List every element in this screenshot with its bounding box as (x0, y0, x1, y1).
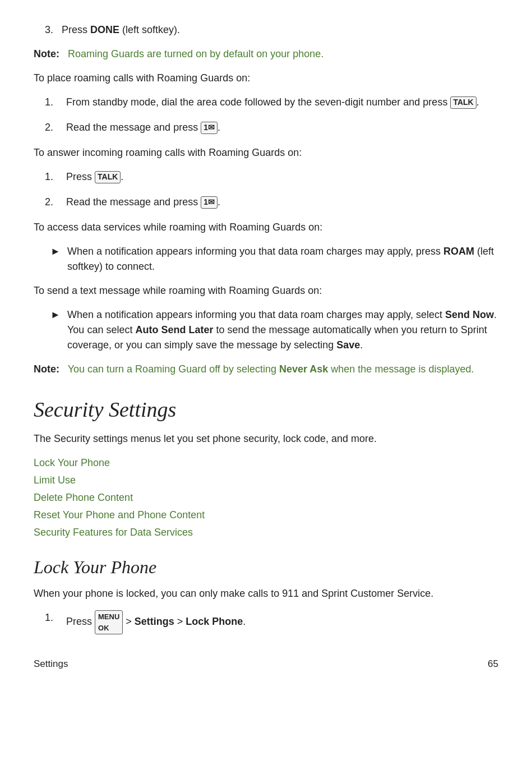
toc-link-security-features[interactable]: Security Features for Data Services (34, 525, 498, 540)
roam-bold: ROAM (443, 246, 474, 257)
settings-bold: Settings (135, 616, 174, 627)
answer-step1-num: 1. (45, 169, 62, 185)
never-ask-bold: Never Ask (279, 363, 328, 375)
place-step2-num: 2. (45, 120, 62, 135)
roaming-answer-intro: To answer incoming roaming calls with Ro… (34, 145, 498, 160)
done-bold: DONE (90, 24, 119, 35)
send-now-bold: Send Now (445, 309, 494, 320)
roaming-place-steps: 1. From standby mode, dial the area code… (34, 95, 498, 135)
roaming-place-intro: To place roaming calls with Roaming Guar… (34, 71, 498, 86)
security-settings-desc: The Security settings menus let you set … (34, 431, 498, 446)
arrow-icon-1: ► (50, 244, 61, 274)
talk-key-1: TALK (450, 96, 476, 109)
footer-right: 65 (488, 657, 498, 671)
lock-step1-text: Press MENUOK > Settings > Lock Phone. (66, 610, 498, 634)
security-settings-title: Security Settings (34, 394, 498, 426)
lock-steps: 1. Press MENUOK > Settings > Lock Phone. (34, 610, 498, 634)
lock-step1: 1. Press MENUOK > Settings > Lock Phone. (45, 610, 498, 634)
note2-text: You can turn a Roaming Guard off by sele… (68, 363, 474, 375)
place-step1-text: From standby mode, dial the area code fo… (66, 95, 498, 110)
step3-line: 3. Press DONE (left softkey). (34, 22, 498, 38)
note2-label: Note: (34, 363, 59, 375)
place-step2: 2. Read the message and press 1✉. (45, 120, 498, 135)
note2: Note: You can turn a Roaming Guard off b… (34, 362, 498, 377)
note1-text: Roaming Guards are turned on by default … (68, 48, 323, 59)
roaming-text-bullet: ► When a notification appears informing … (34, 307, 498, 353)
arrow-icon-2: ► (50, 307, 61, 353)
footer: Settings 65 (34, 657, 498, 671)
toc-list: Lock Your Phone Limit Use Delete Phone C… (34, 455, 498, 540)
answer-step2: 2. Read the message and press 1✉. (45, 195, 498, 210)
auto-send-bold: Auto Send Later (135, 324, 213, 335)
place-step1-num: 1. (45, 95, 62, 110)
lock-your-phone-desc: When your phone is locked, you can only … (34, 586, 498, 601)
answer-step2-text: Read the message and press 1✉. (66, 195, 498, 210)
footer-left: Settings (34, 657, 68, 671)
toc-link-delete-content[interactable]: Delete Phone Content (34, 490, 498, 505)
roaming-text-text: When a notification appears informing yo… (67, 307, 498, 353)
roaming-text-intro: To send a text message while roaming wit… (34, 283, 498, 298)
save-bold: Save (336, 339, 360, 351)
toc-link-lock-phone[interactable]: Lock Your Phone (34, 455, 498, 471)
place-step1: 1. From standby mode, dial the area code… (45, 95, 498, 110)
roaming-data-text: When a notification appears informing yo… (67, 244, 498, 274)
answer-step2-num: 2. (45, 195, 62, 210)
menu-ok-key: MENUOK (95, 610, 123, 634)
toc-link-limit-use[interactable]: Limit Use (34, 473, 498, 488)
place-step2-text: Read the message and press 1✉. (66, 120, 498, 135)
answer-step1: 1. Press TALK. (45, 169, 498, 185)
note1-label: Note: (34, 48, 59, 59)
lock-your-phone-title: Lock Your Phone (34, 554, 498, 581)
roaming-answer-steps: 1. Press TALK. 2. Read the message and p… (34, 169, 498, 210)
lock-step1-num: 1. (45, 610, 62, 634)
key-1msg-1: 1✉ (201, 122, 218, 134)
roaming-data-intro: To access data services while roaming wi… (34, 220, 498, 235)
roaming-data-bullet: ► When a notification appears informing … (34, 244, 498, 274)
answer-step1-text: Press TALK. (66, 169, 498, 185)
talk-key-2: TALK (95, 171, 121, 183)
toc-link-reset-phone[interactable]: Reset Your Phone and Phone Content (34, 508, 498, 523)
lock-phone-bold: Lock Phone (186, 616, 243, 627)
note1: Note: Roaming Guards are turned on by de… (34, 47, 498, 62)
key-1msg-2: 1✉ (201, 196, 218, 209)
